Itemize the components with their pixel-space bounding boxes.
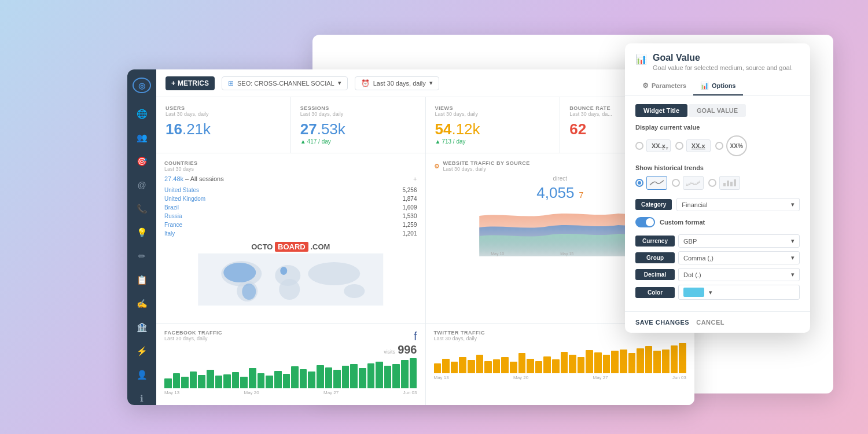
main-dashboard: + METRICS ⊞ SEO: CROSS-CHANNEL SOCIAL ▾ … xyxy=(127,69,694,405)
bar xyxy=(628,353,636,373)
bar xyxy=(240,377,248,388)
bar xyxy=(434,363,442,373)
display-opt-1[interactable]: XX.x# Y xyxy=(635,135,671,156)
country-row: United Kingdom1,874 xyxy=(164,194,417,203)
bar xyxy=(342,366,350,388)
svg-point-6 xyxy=(344,284,365,298)
sidebar-icon-flash[interactable]: ⚡ xyxy=(134,344,150,358)
sidebar-icon-info[interactable]: ℹ xyxy=(134,392,150,405)
title-tab-widget[interactable]: Widget Title xyxy=(635,104,687,117)
tw-chart-dates: May 13 May 20 May 27 Jun 03 xyxy=(434,375,687,380)
bar xyxy=(384,366,392,388)
cancel-button[interactable]: CANCEL xyxy=(696,319,724,326)
stat-views-value: 54.12k xyxy=(435,120,551,138)
bar xyxy=(164,378,172,388)
custom-format-label: Custom format xyxy=(660,219,705,226)
goal-footer: SAVE CHANGES CANCEL xyxy=(625,311,810,333)
bar xyxy=(653,351,661,373)
country-row: Russia1,530 xyxy=(164,212,417,220)
sidebar-icon-user[interactable]: 👤 xyxy=(134,368,150,381)
decimal-row: Decimal Dot (.) ▾ xyxy=(635,268,800,281)
trend-radio-1 xyxy=(635,179,643,187)
sidebar-icon-file[interactable]: 📋 xyxy=(134,273,150,286)
add-metrics-button[interactable]: + METRICS xyxy=(165,76,215,90)
sidebar-icon-globe[interactable]: 🌐 xyxy=(134,107,150,120)
channel-dropdown[interactable]: ⊞ SEO: CROSS-CHANNEL SOCIAL ▾ xyxy=(222,76,348,90)
sidebar-icon-edit[interactable]: ✍ xyxy=(134,297,150,310)
bar xyxy=(620,350,627,373)
bar xyxy=(325,367,333,388)
stat-users: USERS Last 30 days, daily 16.21k xyxy=(156,97,291,153)
tw-bar-chart xyxy=(434,341,687,373)
sidebar-logo[interactable]: ◎ xyxy=(133,78,151,93)
title-tab-goalvalue[interactable]: GOAL VALUE xyxy=(689,104,746,117)
trends-label: Show historical trends xyxy=(635,164,800,171)
traffic-label: WEBSITE TRAFFIC BY SOURCE xyxy=(443,160,530,166)
bar xyxy=(249,368,256,388)
bar xyxy=(468,360,475,373)
goal-tabs: ⚙ Parameters 📊 Options xyxy=(625,77,810,96)
goal-icon: 📊 xyxy=(635,54,647,65)
country-row: Italy1,201 xyxy=(164,229,417,238)
save-button[interactable]: SAVE CHANGES xyxy=(635,319,689,326)
trend-opt-2[interactable] xyxy=(672,176,704,190)
custom-format-toggle[interactable] xyxy=(635,217,655,227)
add-country-icon[interactable]: + xyxy=(413,175,417,182)
fb-visits-label: visits xyxy=(384,349,395,355)
sidebar-icon-users[interactable]: 👥 xyxy=(134,131,150,144)
bar xyxy=(350,364,358,388)
svg-text:May 15: May 15 xyxy=(560,252,573,256)
fb-count-row: visits 996 xyxy=(164,343,417,356)
color-select[interactable]: ▾ xyxy=(678,285,800,300)
sidebar-icon-pencil[interactable]: ✏ xyxy=(134,249,150,263)
bar xyxy=(308,372,315,388)
traffic-extra: 7 xyxy=(579,190,583,200)
daterange-dropdown[interactable]: ⏰ Last 30 days, daily ▾ xyxy=(355,76,439,90)
trend-opt-3[interactable] xyxy=(708,176,740,190)
radio-2 xyxy=(675,142,683,150)
category-chevron: ▾ xyxy=(791,201,795,208)
fb-chart-dates: May 13 May 20 May 27 Jun 03 xyxy=(164,390,417,395)
sidebar-icon-at[interactable]: @ xyxy=(134,178,150,192)
bar xyxy=(181,377,189,388)
decimal-select[interactable]: Dot (.) ▾ xyxy=(678,268,800,281)
grid-icon: ⊞ xyxy=(228,79,234,87)
tab-options[interactable]: 📊 Options xyxy=(693,77,743,95)
bar xyxy=(258,373,265,388)
facebook-icon: f xyxy=(414,330,417,343)
sidebar-icon-bulb[interactable]: 💡 xyxy=(134,226,150,239)
tab-parameters[interactable]: ⚙ Parameters xyxy=(635,77,693,95)
sidebar-icon-bank[interactable]: 🏦 xyxy=(134,321,150,334)
trend-opt-1[interactable] xyxy=(635,176,667,190)
clock-icon: ⏰ xyxy=(361,79,370,87)
plus-icon: + xyxy=(171,79,175,87)
currency-select[interactable]: GBP ▾ xyxy=(678,234,800,248)
bar xyxy=(283,374,290,388)
world-map xyxy=(164,253,417,306)
stat-sessions-delta: 417 / day xyxy=(300,138,416,145)
sidebar-icon-phone[interactable]: 📞 xyxy=(134,202,150,215)
stat-sessions-value: 27.53k xyxy=(300,120,416,138)
stat-views: VIEWS Last 30 days, daily 54.12k 713 / d… xyxy=(426,97,561,153)
color-row: Color ▾ xyxy=(635,285,800,300)
bar xyxy=(662,350,670,373)
svg-rect-13 xyxy=(727,181,729,186)
sidebar-icon-target[interactable]: 🎯 xyxy=(134,155,150,168)
tw-sublabel: Last 30 days, daily xyxy=(434,336,485,341)
display-opt-2[interactable]: XX.x xyxy=(675,135,711,156)
svg-point-4 xyxy=(279,279,300,300)
map-brand: OCTO BOARD .COM xyxy=(164,242,417,251)
radio-1 xyxy=(635,142,643,150)
display-options: XX.x# Y XX.x XX% xyxy=(635,135,800,156)
mid-row: COUNTRIES Last 30 days 27.48k – All sess… xyxy=(156,153,694,324)
bar xyxy=(359,368,366,388)
category-select[interactable]: Financial ▾ xyxy=(676,198,800,211)
countries-sublabel: Last 30 days xyxy=(164,166,417,172)
stat-users-label: USERS xyxy=(165,105,281,111)
bar xyxy=(207,370,214,388)
group-select[interactable]: Comma (,) ▾ xyxy=(678,251,800,264)
display-opt-3[interactable]: XX% xyxy=(715,135,747,156)
color-swatch xyxy=(683,288,704,297)
goal-panel-subtitle: Goal value for selected medium, source a… xyxy=(653,64,793,71)
bar xyxy=(291,366,299,388)
